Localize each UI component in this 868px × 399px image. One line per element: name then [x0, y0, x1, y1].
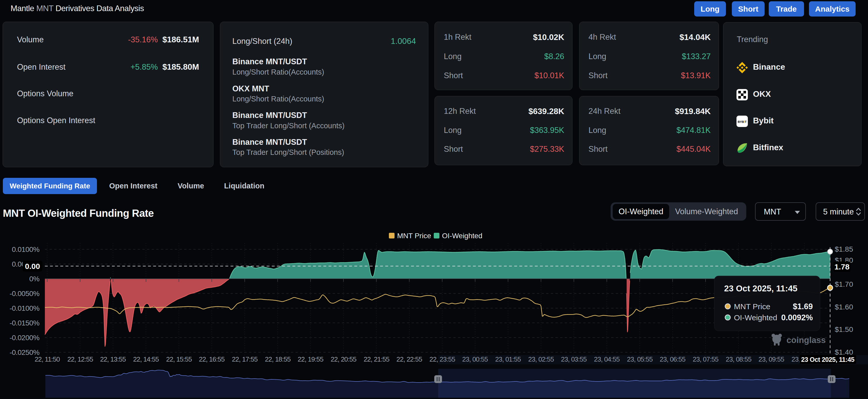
svg-text:22, 13:55: 22, 13:55 [100, 355, 126, 363]
svg-text:22, 17:55: 22, 17:55 [232, 355, 258, 363]
svg-text:0.0092%: 0.0092% [781, 313, 813, 322]
svg-text:22, 14:55: 22, 14:55 [133, 355, 159, 363]
svg-text:$1.40: $1.40 [835, 348, 853, 356]
svg-text:MNT Price: MNT Price [397, 232, 431, 240]
svg-text:0.0100%: 0.0100% [12, 246, 39, 253]
svg-text:-0.0050%: -0.0050% [9, 290, 39, 297]
svg-text:22, 12:55: 22, 12:55 [67, 355, 93, 363]
svg-text:0%: 0% [29, 275, 39, 283]
svg-text:$1.69: $1.69 [793, 302, 813, 311]
svg-text:0.00: 0.00 [25, 262, 40, 270]
svg-text:22, 15:55: 22, 15:55 [166, 355, 192, 363]
svg-text:coinglass: coinglass [786, 335, 826, 345]
svg-text:-0.0200%: -0.0200% [9, 334, 39, 342]
svg-text:23 Oct 2025, 11:45: 23 Oct 2025, 11:45 [801, 356, 855, 363]
svg-text:1.78: 1.78 [835, 262, 849, 271]
svg-text:OI-Weighted: OI-Weighted [442, 232, 483, 240]
svg-text:22, 22:55: 22, 22:55 [396, 355, 422, 363]
svg-text:-0.0150%: -0.0150% [9, 319, 39, 327]
svg-text:$1.60: $1.60 [835, 303, 853, 311]
svg-text:-0.0100%: -0.0100% [9, 304, 39, 312]
svg-text:$1.85: $1.85 [835, 245, 853, 253]
svg-text:22, 11:50: 22, 11:50 [35, 355, 60, 363]
svg-text:$1.50: $1.50 [835, 325, 853, 334]
svg-text:23 Oct 2025, 11:45: 23 Oct 2025, 11:45 [724, 284, 797, 293]
svg-text:22, 19:55: 22, 19:55 [298, 355, 323, 363]
svg-text:22, 18:55: 22, 18:55 [265, 355, 290, 363]
svg-text:BYBIT: BYBIT [738, 120, 747, 123]
svg-text:MNT Price: MNT Price [734, 302, 770, 311]
svg-text:22, 20:55: 22, 20:55 [331, 355, 356, 363]
svg-text:22, 21:55: 22, 21:55 [364, 355, 390, 363]
svg-text:$1.70: $1.70 [835, 280, 853, 288]
svg-text:OI-Weighted: OI-Weighted [734, 313, 777, 322]
svg-text:22, 16:55: 22, 16:55 [199, 355, 225, 363]
